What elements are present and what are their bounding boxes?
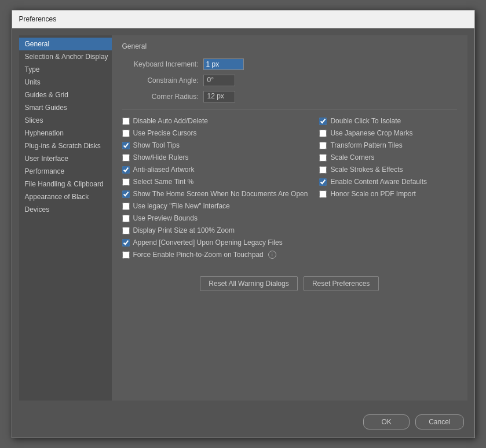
corner-radius-row: Corner Radius: 12 px xyxy=(122,91,457,102)
checkbox-label-right-0: Double Click To Isolate xyxy=(330,117,401,125)
sidebar-item-devices[interactable]: Devices xyxy=(19,203,112,216)
sidebar-item-type[interactable]: Type xyxy=(19,63,112,76)
checkbox-label-left-7: Use legacy "File New" interface xyxy=(133,202,230,210)
checkbox-left-9[interactable] xyxy=(122,227,130,234)
checkbox-right-1[interactable] xyxy=(319,130,327,137)
reset-prefs-button[interactable]: Reset Preferences xyxy=(304,276,379,291)
checkbox-right-3[interactable] xyxy=(319,154,327,161)
checkbox-label-right-2: Transform Pattern Tiles xyxy=(330,141,402,149)
checkbox-row-left-0: Disable Auto Add/Delete xyxy=(122,117,308,125)
checkbox-label-right-5: Enable Content Aware Defaults xyxy=(330,178,427,186)
checkbox-row-left-9: Display Print Size at 100% Zoom xyxy=(122,226,308,234)
sidebar-item-slices[interactable]: Slices xyxy=(19,114,112,127)
checkbox-label-right-6: Honor Scale on PDF Import xyxy=(330,190,415,198)
sidebar-item-appearance-of-black[interactable]: Appearance of Black xyxy=(19,190,112,203)
sidebar-item-units[interactable]: Units xyxy=(19,76,112,89)
divider xyxy=(122,109,457,110)
dialog-title: Preferences xyxy=(19,15,57,23)
checkbox-row-right-2: Transform Pattern Tiles xyxy=(319,141,427,149)
sidebar: GeneralSelection & Anchor DisplayTypeUni… xyxy=(19,35,112,401)
checkbox-row-left-10: Append [Converted] Upon Opening Legacy F… xyxy=(122,238,308,247)
checkbox-col-right: Double Click To IsolateUse Japanese Crop… xyxy=(319,117,427,259)
checkbox-row-right-3: Scale Corners xyxy=(319,153,427,161)
checkbox-left-8[interactable] xyxy=(122,215,130,222)
checkboxes-area: Disable Auto Add/DeleteUse Precise Curso… xyxy=(122,117,457,259)
preferences-dialog: Preferences GeneralSelection & Anchor Di… xyxy=(12,10,475,438)
sidebar-item-performance[interactable]: Performance xyxy=(19,165,112,178)
sidebar-item-plug-ins-scratch-disks[interactable]: Plug-ins & Scratch Disks xyxy=(19,139,112,152)
constrain-angle-label: Constrain Angle: xyxy=(122,76,203,85)
sidebar-item-user-interface[interactable]: User Interface xyxy=(19,152,112,165)
checkbox-row-left-6: Show The Home Screen When No Documents A… xyxy=(122,190,308,198)
checkbox-right-2[interactable] xyxy=(319,142,327,149)
corner-radius-label: Corner Radius: xyxy=(122,93,203,101)
checkbox-row-right-6: Honor Scale on PDF Import xyxy=(319,190,427,198)
checkbox-row-right-1: Use Japanese Crop Marks xyxy=(319,129,427,137)
checkbox-left-5[interactable] xyxy=(122,178,130,186)
checkbox-row-left-8: Use Preview Bounds xyxy=(122,214,308,222)
keyboard-increment-label: Keyboard Increment: xyxy=(122,60,203,68)
checkbox-row-left-3: Show/Hide Rulers xyxy=(122,153,308,161)
cancel-button[interactable]: Cancel xyxy=(415,414,463,429)
sidebar-item-hyphenation[interactable]: Hyphenation xyxy=(19,127,112,139)
checkbox-row-left-2: Show Tool Tips xyxy=(122,141,308,149)
checkbox-col-left: Disable Auto Add/DeleteUse Precise Curso… xyxy=(122,117,308,259)
checkbox-label-left-5: Select Same Tint % xyxy=(133,178,194,186)
checkbox-label-left-1: Use Precise Cursors xyxy=(133,129,197,137)
info-icon-11[interactable]: i xyxy=(268,251,276,259)
checkbox-right-6[interactable] xyxy=(319,190,327,198)
checkbox-label-left-9: Display Print Size at 100% Zoom xyxy=(133,226,235,234)
constrain-angle-value: 0° xyxy=(203,75,235,86)
checkbox-label-left-10: Append [Converted] Upon Opening Legacy F… xyxy=(133,238,283,247)
ok-button[interactable]: OK xyxy=(363,414,410,429)
checkbox-row-left-11: Force Enable Pinch-to-Zoom on Touchpadi xyxy=(122,251,308,259)
checkbox-left-0[interactable] xyxy=(122,117,130,125)
checkbox-left-4[interactable] xyxy=(122,166,130,174)
checkbox-right-0[interactable] xyxy=(319,117,327,125)
checkbox-label-left-8: Use Preview Bounds xyxy=(133,214,198,222)
section-title: General xyxy=(122,42,457,50)
checkbox-label-right-4: Scale Strokes & Effects xyxy=(330,166,403,174)
sidebar-item-guides-grid[interactable]: Guides & Grid xyxy=(19,89,112,101)
checkbox-row-right-5: Enable Content Aware Defaults xyxy=(319,178,427,186)
checkbox-row-left-5: Select Same Tint % xyxy=(122,178,308,186)
reset-warnings-button[interactable]: Reset All Warning Dialogs xyxy=(200,276,297,291)
title-bar: Preferences xyxy=(12,10,474,28)
checkbox-row-left-4: Anti-aliased Artwork xyxy=(122,166,308,174)
sidebar-item-smart-guides[interactable]: Smart Guides xyxy=(19,101,112,114)
bottom-buttons-row: Reset All Warning Dialogs Reset Preferen… xyxy=(122,270,457,297)
dialog-body: GeneralSelection & Anchor DisplayTypeUni… xyxy=(12,28,474,407)
checkbox-right-5[interactable] xyxy=(319,178,327,186)
checkbox-right-4[interactable] xyxy=(319,166,327,174)
corner-radius-value: 12 px xyxy=(203,91,235,102)
checkbox-label-left-4: Anti-aliased Artwork xyxy=(133,166,195,174)
keyboard-increment-row: Keyboard Increment: xyxy=(122,58,457,70)
checkbox-left-11[interactable] xyxy=(122,251,130,259)
checkbox-row-left-7: Use legacy "File New" interface xyxy=(122,202,308,210)
checkbox-left-6[interactable] xyxy=(122,190,130,198)
sidebar-item-selection-anchor-display[interactable]: Selection & Anchor Display xyxy=(19,50,112,63)
checkbox-row-left-1: Use Precise Cursors xyxy=(122,129,308,137)
checkbox-left-2[interactable] xyxy=(122,142,130,149)
sidebar-item-general[interactable]: General xyxy=(19,38,112,50)
main-panel: General Keyboard Increment: Constrain An… xyxy=(112,35,467,401)
checkbox-label-left-3: Show/Hide Rulers xyxy=(133,153,189,161)
checkbox-label-right-1: Use Japanese Crop Marks xyxy=(330,129,412,137)
sidebar-item-file-handling-clipboard[interactable]: File Handling & Clipboard xyxy=(19,178,112,190)
dialog-footer: OK Cancel xyxy=(12,407,474,438)
checkbox-left-1[interactable] xyxy=(122,130,130,137)
checkbox-left-10[interactable] xyxy=(122,239,130,247)
checkbox-label-right-3: Scale Corners xyxy=(330,153,374,161)
checkbox-row-right-4: Scale Strokes & Effects xyxy=(319,166,427,174)
checkbox-left-7[interactable] xyxy=(122,203,130,210)
checkbox-row-right-0: Double Click To Isolate xyxy=(319,117,427,125)
checkbox-label-left-0: Disable Auto Add/Delete xyxy=(133,117,208,125)
keyboard-increment-input[interactable] xyxy=(203,58,244,70)
checkbox-label-left-11: Force Enable Pinch-to-Zoom on Touchpad xyxy=(133,251,264,259)
constrain-angle-row: Constrain Angle: 0° xyxy=(122,75,457,86)
checkbox-left-3[interactable] xyxy=(122,154,130,161)
checkbox-label-left-2: Show Tool Tips xyxy=(133,141,180,149)
checkbox-label-left-6: Show The Home Screen When No Documents A… xyxy=(133,190,308,198)
